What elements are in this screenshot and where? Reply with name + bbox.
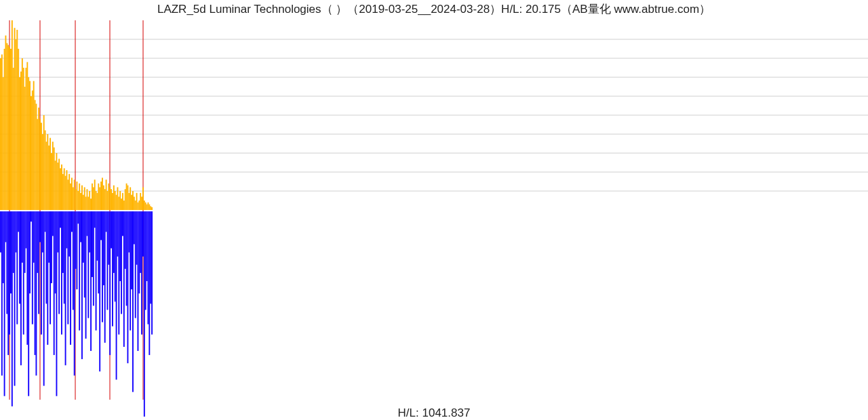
svg-rect-20 xyxy=(7,45,9,210)
svg-rect-212 xyxy=(99,211,100,371)
svg-rect-23 xyxy=(12,20,13,210)
svg-rect-242 xyxy=(138,211,139,351)
svg-rect-134 xyxy=(0,211,1,253)
svg-rect-90 xyxy=(97,193,98,210)
svg-rect-200 xyxy=(84,211,85,297)
svg-rect-129 xyxy=(146,205,148,210)
svg-rect-210 xyxy=(97,211,98,261)
svg-rect-83 xyxy=(87,196,89,210)
svg-rect-25 xyxy=(14,28,16,210)
svg-rect-99 xyxy=(108,184,109,210)
svg-rect-163 xyxy=(37,211,38,273)
svg-rect-69 xyxy=(70,184,71,210)
svg-rect-222 xyxy=(112,211,113,327)
svg-rect-132 xyxy=(150,206,151,210)
svg-rect-97 xyxy=(106,180,107,210)
svg-rect-206 xyxy=(92,211,93,277)
svg-rect-115 xyxy=(128,193,130,210)
svg-rect-106 xyxy=(117,187,119,210)
svg-rect-243 xyxy=(138,211,140,293)
svg-rect-66 xyxy=(66,170,68,210)
svg-rect-130 xyxy=(148,203,149,210)
svg-rect-54 xyxy=(51,153,52,210)
svg-rect-61 xyxy=(60,168,61,210)
svg-rect-216 xyxy=(104,211,106,343)
svg-rect-105 xyxy=(116,195,117,210)
svg-rect-169 xyxy=(45,211,46,232)
svg-rect-142 xyxy=(10,211,12,293)
svg-rect-59 xyxy=(57,163,58,210)
svg-rect-180 xyxy=(58,211,60,314)
svg-rect-198 xyxy=(81,211,83,359)
svg-rect-253 xyxy=(151,211,153,335)
svg-rect-80 xyxy=(84,187,85,210)
svg-rect-174 xyxy=(51,211,52,283)
svg-rect-218 xyxy=(107,211,108,310)
svg-rect-225 xyxy=(116,211,117,379)
svg-rect-152 xyxy=(23,211,24,335)
svg-rect-127 xyxy=(144,201,145,210)
svg-rect-120 xyxy=(135,201,136,210)
svg-rect-121 xyxy=(136,193,138,210)
svg-rect-78 xyxy=(81,186,83,210)
svg-rect-188 xyxy=(68,211,70,257)
svg-rect-87 xyxy=(93,187,94,210)
svg-rect-244 xyxy=(140,211,141,273)
svg-rect-203 xyxy=(87,211,89,318)
svg-rect-239 xyxy=(134,211,135,244)
svg-rect-135 xyxy=(1,211,3,375)
svg-rect-208 xyxy=(94,211,96,228)
svg-rect-228 xyxy=(119,211,121,281)
svg-rect-247 xyxy=(144,211,145,417)
svg-rect-49 xyxy=(45,130,46,210)
svg-rect-213 xyxy=(100,211,102,240)
svg-rect-31 xyxy=(22,58,23,210)
svg-rect-89 xyxy=(96,191,97,210)
svg-rect-51 xyxy=(47,134,48,210)
svg-rect-160 xyxy=(33,211,35,263)
svg-rect-176 xyxy=(54,211,55,355)
svg-rect-193 xyxy=(75,211,77,269)
svg-rect-161 xyxy=(35,211,36,355)
svg-rect-34 xyxy=(26,68,27,210)
svg-rect-252 xyxy=(150,211,151,303)
svg-rect-173 xyxy=(50,211,51,324)
svg-rect-19 xyxy=(6,43,7,210)
svg-rect-103 xyxy=(113,186,115,210)
svg-rect-232 xyxy=(125,211,126,269)
svg-rect-29 xyxy=(19,77,20,210)
svg-rect-112 xyxy=(125,189,126,210)
svg-rect-136 xyxy=(3,211,4,283)
svg-rect-86 xyxy=(92,184,93,210)
svg-rect-155 xyxy=(26,211,28,345)
svg-rect-186 xyxy=(66,211,68,249)
svg-rect-151 xyxy=(22,211,23,263)
svg-rect-148 xyxy=(18,211,19,232)
svg-rect-123 xyxy=(138,201,140,210)
svg-rect-137 xyxy=(4,211,5,396)
svg-rect-197 xyxy=(80,211,81,242)
svg-rect-215 xyxy=(103,211,104,285)
svg-rect-190 xyxy=(71,211,73,232)
svg-rect-181 xyxy=(60,211,61,228)
svg-rect-36 xyxy=(28,77,29,210)
svg-rect-196 xyxy=(79,211,80,331)
svg-rect-156 xyxy=(28,211,29,396)
svg-rect-108 xyxy=(119,191,121,210)
svg-rect-16 xyxy=(3,77,4,210)
svg-rect-201 xyxy=(85,211,87,339)
svg-rect-43 xyxy=(37,119,38,210)
svg-rect-145 xyxy=(14,211,16,386)
svg-rect-82 xyxy=(87,189,88,210)
svg-rect-110 xyxy=(122,193,123,210)
svg-rect-240 xyxy=(135,211,136,318)
svg-rect-172 xyxy=(48,211,50,263)
svg-rect-33 xyxy=(24,87,26,210)
svg-rect-179 xyxy=(57,211,58,253)
svg-rect-58 xyxy=(56,153,58,210)
svg-rect-88 xyxy=(94,180,96,210)
svg-rect-185 xyxy=(65,211,66,365)
svg-rect-94 xyxy=(102,177,103,210)
svg-rect-37 xyxy=(29,81,31,210)
svg-rect-168 xyxy=(43,211,45,386)
